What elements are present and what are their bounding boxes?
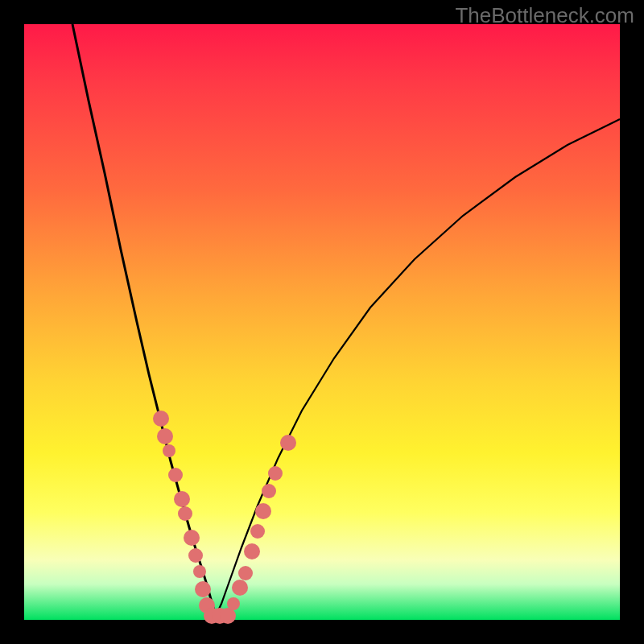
data-dot bbox=[157, 428, 173, 444]
data-dot bbox=[184, 530, 200, 546]
data-dot bbox=[174, 491, 190, 507]
data-dot bbox=[268, 466, 283, 481]
data-dot bbox=[250, 524, 265, 539]
data-dot bbox=[227, 597, 240, 610]
curve-svg bbox=[24, 24, 620, 620]
data-dot bbox=[163, 444, 175, 457]
data-dot bbox=[178, 506, 192, 521]
data-dot bbox=[280, 435, 296, 451]
data-dot bbox=[238, 566, 253, 580]
data-dot bbox=[255, 503, 271, 519]
data-dot bbox=[232, 580, 248, 596]
plot-area bbox=[24, 24, 620, 620]
data-dot bbox=[195, 581, 211, 597]
data-dot bbox=[153, 411, 169, 427]
data-dot bbox=[262, 484, 276, 498]
data-dot bbox=[193, 565, 206, 578]
data-dot bbox=[188, 548, 203, 563]
data-dots bbox=[153, 411, 296, 624]
curve-left bbox=[72, 24, 216, 616]
data-dot bbox=[244, 543, 260, 559]
data-dot bbox=[168, 468, 183, 482]
chart-frame: TheBottleneck.com bbox=[0, 0, 644, 644]
curve-right bbox=[216, 119, 620, 616]
